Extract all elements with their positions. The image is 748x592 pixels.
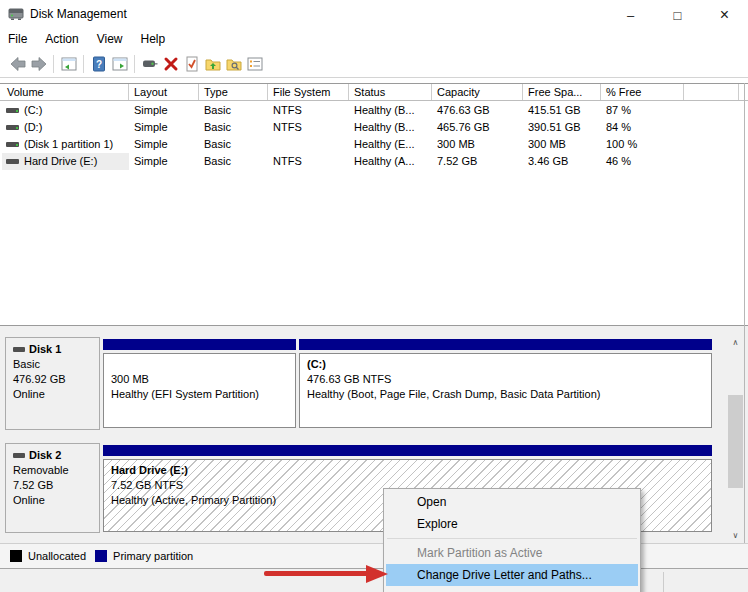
menu-view[interactable]: View: [88, 28, 132, 50]
cell-fs: NTFS: [268, 102, 349, 119]
column-header-capacity[interactable]: Capacity: [432, 84, 523, 100]
legend-primary-partition: Primary partition: [95, 550, 193, 562]
cell-capacity: 476.63 GB: [432, 102, 523, 119]
annotation-arrow-shaft: [264, 571, 368, 576]
partition-color-bar: [299, 339, 712, 350]
volume-icon: [6, 142, 19, 147]
cell-free: 390.51 GB: [523, 119, 601, 136]
remote-computer-icon[interactable]: [139, 53, 160, 74]
help-icon[interactable]: ?: [88, 53, 109, 74]
delete-volume-icon[interactable]: [160, 53, 181, 74]
column-header-pct-free[interactable]: % Free: [601, 84, 684, 100]
disk2-status: Online: [13, 493, 99, 508]
menu-action[interactable]: Action: [36, 28, 87, 50]
column-header-free-space[interactable]: Free Spa...: [523, 84, 601, 100]
window-controls: – □ ×: [607, 0, 748, 30]
toolbar-separator: [53, 55, 54, 73]
vertical-scrollbar[interactable]: ∧ ∨: [727, 335, 744, 543]
scrollbar-thumb[interactable]: [728, 395, 743, 488]
mark-active-icon[interactable]: [181, 53, 202, 74]
explore-folder-icon[interactable]: [223, 53, 244, 74]
column-header-status[interactable]: Status: [349, 84, 432, 100]
legend-unallocated: Unallocated: [10, 550, 86, 562]
cell-type: Basic: [199, 102, 268, 119]
menu-item-explore[interactable]: Explore: [386, 513, 638, 535]
volume-icon: [6, 108, 19, 113]
close-button[interactable]: ×: [701, 0, 748, 30]
menu-help[interactable]: Help: [132, 28, 175, 50]
column-header-file-system[interactable]: File System: [268, 84, 349, 100]
cell-type: Basic: [199, 119, 268, 136]
cell-fs: NTFS: [268, 119, 349, 136]
cell-layout: Simple: [129, 136, 199, 153]
maximize-button[interactable]: □: [654, 0, 701, 30]
console-tree-icon[interactable]: [58, 53, 79, 74]
cell-capacity: 7.52 GB: [432, 153, 523, 170]
cell-fs: [268, 136, 349, 153]
open-folder-icon[interactable]: [202, 53, 223, 74]
menu-item-format-partial[interactable]: Format...: [386, 586, 638, 592]
legend-label: Primary partition: [113, 550, 193, 562]
disk2-kind: Removable: [13, 463, 99, 478]
partition-details: 300 MB: [111, 372, 288, 387]
volume-row-d[interactable]: (D:) Simple Basic NTFS Healthy (B... 465…: [0, 119, 748, 136]
cell-volume: (C:): [24, 102, 42, 119]
disk2-name: Disk 2: [29, 448, 61, 463]
cell-type: Basic: [199, 153, 268, 170]
forward-icon[interactable]: [28, 53, 49, 74]
cell-pct-free: 100 %: [601, 136, 684, 153]
title-bar: Disk Management – □ ×: [0, 0, 748, 28]
partition-title: [111, 357, 288, 372]
partition-color-bar: [103, 445, 712, 456]
cell-layout: Simple: [129, 102, 199, 119]
disk2-size: 7.52 GB: [13, 478, 99, 493]
partition-status: Healthy (EFI System Partition): [111, 387, 288, 402]
menu-file[interactable]: File: [8, 28, 36, 50]
properties-icon[interactable]: [244, 53, 265, 74]
column-header-type[interactable]: Type: [199, 84, 268, 100]
window-title: Disk Management: [30, 0, 127, 28]
disk1-name: Disk 1: [29, 342, 61, 357]
toolbar-separator: [134, 55, 135, 73]
disk-icon: [13, 347, 25, 352]
cell-fs: NTFS: [268, 153, 349, 170]
menu-item-change-drive-letter[interactable]: Change Drive Letter and Paths...: [386, 564, 638, 586]
back-icon[interactable]: [7, 53, 28, 74]
cell-pct-free: 46 %: [601, 153, 684, 170]
partition-status: Healthy (Boot, Page File, Crash Dump, Ba…: [307, 387, 704, 402]
disk-icon: [13, 453, 25, 458]
context-menu: Open Explore Mark Partition as Active Ch…: [383, 488, 641, 592]
disk1-size: 476.92 GB: [13, 372, 99, 387]
volume-row-e-selected[interactable]: Hard Drive (E:) Simple Basic NTFS Health…: [0, 153, 748, 170]
cell-free: 300 MB: [523, 136, 601, 153]
column-header-layout[interactable]: Layout: [129, 84, 199, 100]
minimize-button[interactable]: –: [607, 0, 654, 30]
volume-row-c[interactable]: (C:) Simple Basic NTFS Healthy (B... 476…: [0, 102, 748, 119]
menu-separator: [387, 538, 637, 539]
volume-row-disk1-partition1[interactable]: (Disk 1 partition 1) Simple Basic Health…: [0, 136, 748, 153]
disk-management-window: Disk Management – □ × File Action View H…: [0, 0, 748, 592]
cell-volume: (D:): [24, 119, 42, 136]
volume-icon: [6, 125, 19, 130]
scroll-down-icon[interactable]: ∨: [727, 528, 744, 543]
disk1-label-box[interactable]: Disk 1 Basic 476.92 GB Online: [5, 337, 100, 430]
cell-layout: Simple: [129, 119, 199, 136]
partition-c[interactable]: (C:) 476.63 GB NTFS Healthy (Boot, Page …: [299, 339, 712, 428]
cell-pct-free: 87 %: [601, 102, 684, 119]
svg-text:?: ?: [95, 58, 101, 69]
cell-pct-free: 84 %: [601, 119, 684, 136]
column-header-filler: [684, 84, 739, 100]
cell-volume: (Disk 1 partition 1): [24, 136, 113, 153]
volume-icon: [6, 159, 19, 164]
disk2-label-box[interactable]: Disk 2 Removable 7.52 GB Online: [5, 443, 100, 533]
cell-free: 415.51 GB: [523, 102, 601, 119]
column-header-volume[interactable]: Volume: [2, 84, 129, 100]
cell-capacity: 300 MB: [432, 136, 523, 153]
unallocated-swatch: [10, 550, 22, 562]
menu-item-open[interactable]: Open: [386, 491, 638, 513]
partition-color-bar: [103, 339, 296, 350]
action-pane-icon[interactable]: [109, 53, 130, 74]
toolbar: ?: [0, 50, 748, 78]
scroll-up-icon[interactable]: ∧: [727, 335, 744, 350]
partition-efi[interactable]: 300 MB Healthy (EFI System Partition): [103, 339, 296, 428]
